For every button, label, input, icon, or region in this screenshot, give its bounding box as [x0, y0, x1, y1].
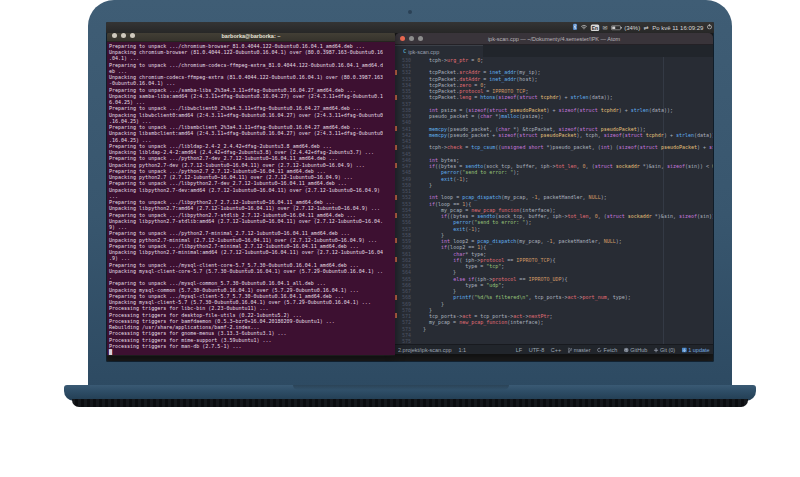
editor-titlebar[interactable]: ipk-scan.cpp — ~/Dokumenty/4.semester/IP…: [395, 33, 713, 45]
status-item-github[interactable]: GitHub: [624, 347, 648, 353]
terminal-line: Preparing to unpack .../libpython2.7-min…: [109, 243, 393, 249]
tab-ipk-scan[interactable]: C ipk-scan.cpp: [395, 45, 483, 57]
git-diff-marker: [395, 163, 397, 168]
close-button[interactable]: [400, 36, 405, 41]
git-diff-marker: [395, 213, 397, 218]
terminal-line: Preparing to unpack .../chromium-codecs-…: [109, 62, 393, 68]
terminal-line: Unpacking libpython2.7-minimal:amd64 (2.…: [109, 249, 393, 255]
status-item-label: LF: [516, 347, 522, 353]
git-diff-marker: [395, 145, 397, 150]
git-diff-marker: [395, 195, 397, 200]
status-item-1-update[interactable]: 1 update: [682, 347, 710, 353]
status-item-git-0-[interactable]: Git (0): [654, 347, 675, 353]
code-editor[interactable]: 530 tcph->urg_ptr = 0;531532 tcpPacket.s…: [395, 57, 713, 344]
terminal-line: Unpacking libsmbclient:amd64 (2:4.3.11+d…: [109, 131, 393, 137]
editor-window: ipk-scan.cpp — ~/Dokumenty/4.semester/IP…: [395, 33, 713, 354]
indicator-area: En ✉ (34%) ⇄ Po kvě 11 16:09:29: [572, 22, 712, 33]
git-diff-marker: [395, 257, 397, 262]
terminal-line: Unpacking chromium-browser (81.0.4044.12…: [109, 49, 393, 55]
branch-icon: [568, 347, 573, 353]
git-plus-icon: [654, 348, 659, 353]
sync-icon: [597, 348, 602, 353]
status-item-fetch[interactable]: Fetch: [597, 347, 617, 353]
c-file-icon: C: [403, 48, 406, 55]
git-diff-marker: [395, 295, 397, 300]
wifi-icon[interactable]: [580, 24, 587, 31]
status-item-c-[interactable]: C++: [551, 347, 561, 353]
terminal-line: Preparing to unpack .../libwbclient0_2%3…: [109, 106, 393, 112]
battery-icon[interactable]: [611, 25, 621, 30]
clock-label[interactable]: Po kvě 11 16:09:29: [652, 24, 703, 31]
github-icon: [624, 348, 629, 353]
terminal-line: Unpacking libpython2.7-dev:amd64 (2.7.12…: [109, 187, 393, 193]
minimize-button[interactable]: [121, 33, 126, 38]
status-item-label: Fetch: [604, 347, 618, 353]
git-diff-marker: [395, 313, 397, 318]
network-icon[interactable]: ⇄: [643, 24, 648, 31]
git-diff-marker: [395, 126, 397, 131]
keyboard-indicator[interactable]: En: [590, 24, 598, 31]
close-button[interactable]: [112, 33, 117, 38]
status-item-label: GitHub: [631, 347, 648, 353]
terminal-line: Preparing to unpack .../chromium-browser…: [109, 43, 393, 49]
laptop-lid: En ✉ (34%) ⇄ Po kvě 11 16:09:29: [88, 0, 732, 392]
session-menu-icon[interactable]: [707, 24, 713, 31]
update-icon: [682, 348, 687, 353]
laptop-base-underside: [72, 399, 748, 407]
status-item-label: 1 update: [689, 347, 710, 353]
battery-percentage: (34%): [624, 24, 640, 31]
terminal-output[interactable]: Preparing to unpack .../chromium-browser…: [107, 42, 395, 355]
mail-icon[interactable]: ✉: [602, 24, 607, 31]
tab-label: ipk-scan.cpp: [408, 49, 439, 55]
terminal-line: Unpacking samba-libs:amd64 (2:4.3.11+dfs…: [109, 93, 393, 99]
tab-bar: C ipk-scan.cpp: [395, 45, 713, 57]
status-item-label: C++: [551, 347, 561, 353]
terminal-line: Unpacking libpython2.7:amd64 (2.7.12-1ub…: [109, 206, 393, 212]
minimize-button[interactable]: [409, 36, 414, 41]
status-item-master[interactable]: master: [568, 347, 591, 353]
status-item-label: master: [574, 347, 591, 353]
status-cursor-position[interactable]: 1:1: [459, 347, 467, 353]
git-diff-marker: [395, 70, 397, 75]
terminal-window: barborka@barborka: ~ Preparing to unpack…: [107, 30, 395, 356]
terminal-line: Unpacking libwbclient0:amd64 (2:4.3.11+d…: [109, 112, 393, 118]
battery-fill: [612, 26, 615, 29]
terminal-line: Unpacking libpython2.7-stdlib:amd64 (2.7…: [109, 218, 393, 224]
editor-title: ipk-scan.cpp — ~/Dokumenty/4.semester/IP…: [488, 33, 620, 45]
bluetooth-icon[interactable]: [572, 24, 577, 32]
laptop-base-notch: [293, 385, 509, 390]
code-line: 542 memcpy(pseudo_packet + sizeof(struct…: [395, 132, 713, 138]
maximize-button[interactable]: [130, 33, 135, 38]
git-diff-marker: [395, 238, 397, 243]
laptop-mockup: En ✉ (34%) ⇄ Po kvě 11 16:09:29: [0, 0, 800, 477]
terminal-cursor: █: [109, 349, 112, 355]
status-item-lf[interactable]: LF: [516, 347, 522, 353]
code-line: 544 tcph->check = tcp_csum((unsigned sho…: [395, 145, 713, 151]
webcam-dot: [408, 10, 412, 14]
screen: En ✉ (34%) ⇄ Po kvě 11 16:09:29: [106, 22, 714, 362]
status-item-label: Git (0): [660, 347, 675, 353]
status-bar: 2.projekt/ipk-scan.cpp 1:1 LFUTF-8C++mas…: [395, 344, 713, 354]
terminal-line: Unpacking mysql-client-core-5.7 (5.7.30-…: [109, 268, 393, 274]
maximize-button[interactable]: [418, 36, 423, 41]
status-item-label: UTF-8: [529, 347, 545, 353]
status-file-path[interactable]: 2.projekt/ipk-scan.cpp: [398, 347, 452, 353]
status-item-utf-8[interactable]: UTF-8: [529, 347, 545, 353]
top-panel: En ✉ (34%) ⇄ Po kvě 11 16:09:29: [106, 22, 714, 33]
git-diff-marker: [395, 95, 397, 100]
